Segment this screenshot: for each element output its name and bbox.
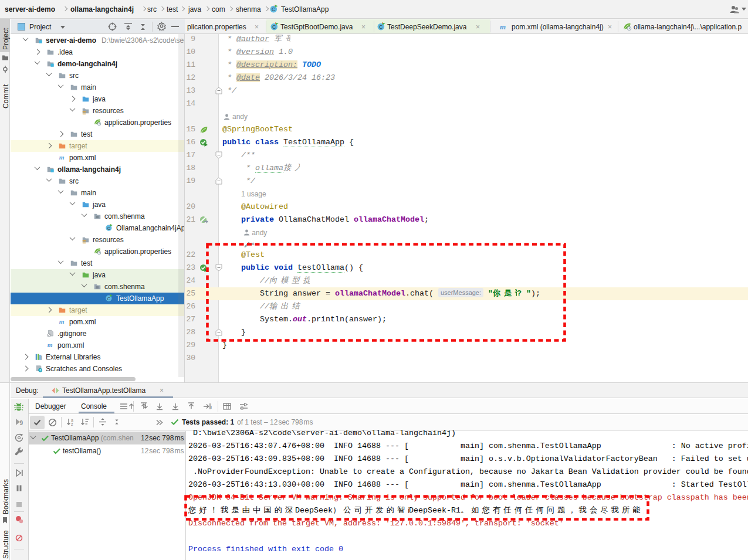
svg-text:m: m [500,22,506,31]
svg-text:m: m [48,341,53,348]
svg-text:a: a [71,418,73,422]
svg-text:C: C [272,6,276,12]
svg-text:I: I [211,405,212,410]
svg-text:C: C [272,24,276,30]
svg-text:C: C [107,296,111,301]
svg-text:m: m [59,154,65,161]
svg-text:C: C [107,226,111,231]
svg-text:m: m [59,318,65,325]
svg-text:9: 9 [20,420,23,426]
svg-text:C: C [379,24,383,30]
svg-text:z: z [71,422,73,426]
